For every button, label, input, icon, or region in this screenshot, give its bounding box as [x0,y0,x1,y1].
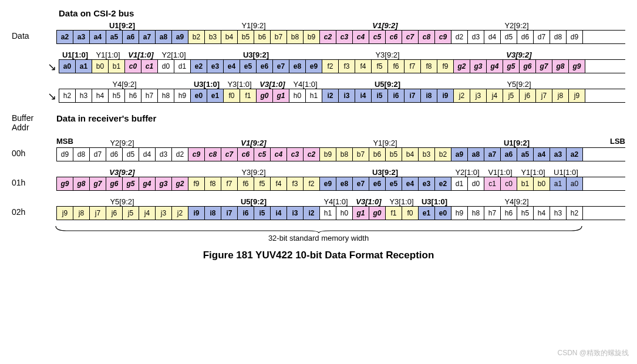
column-header: U3[1:0] [190,80,223,89]
byte-cell: j8 [73,207,90,220]
byte-cell: c3 [287,148,304,161]
byte-cell: j3 [156,207,172,220]
byte-cell: i6 [388,89,405,102]
byte-cell: j4 [487,89,503,102]
column-header: V1[9:2] [188,139,319,147]
byte-cell: g6 [520,60,536,73]
byte-cell: a4 [534,148,550,161]
byte-cell: c7 [221,148,238,161]
column-header: U1[1:0] [550,168,582,177]
byte-cell: a1 [550,177,567,190]
msb-label: MSB [56,137,73,146]
buffer-address: 01h [12,166,56,187]
byte-cell: g7 [536,60,552,73]
byte-cell: j4 [139,207,156,220]
byte-cell: f0 [402,207,419,220]
column-header: U1[9:2] [451,139,582,147]
byte-cell: a1 [76,60,92,73]
byte-cell: i6 [238,207,254,220]
byte-cell: f4 [355,60,372,73]
lsb-label: LSB [610,137,625,146]
column-header: Y1[9:2] [188,21,319,30]
byte-cell: c0 [501,177,517,190]
byte-cell: d3 [468,31,484,43]
byte-cell: c8 [205,148,221,161]
byte-cell: j7 [536,89,552,102]
column-header: U5[9:2] [322,80,453,89]
byte-cell: e2 [435,177,451,190]
byte-cell: d7 [534,31,550,43]
byte-cell: g2 [172,177,188,190]
byte-cell: h6 [125,89,141,102]
byte-cell: b0 [92,60,109,73]
byte-cell: e6 [369,177,386,190]
byte-cell: g3 [470,60,487,73]
byte-cell: b8 [287,31,304,43]
column-header: Y1[1:0] [517,168,550,177]
byte-cell: g5 [503,60,520,73]
column-header: Y1[1:0] [92,50,124,59]
byte-cell: f1 [240,89,257,102]
byte-cell: j7 [90,207,106,220]
byte-cell: f4 [271,177,287,190]
byte-cell: c2 [304,148,320,161]
byte-cell: e4 [224,60,240,73]
byte-cell: h1 [320,207,336,220]
byte-cell: g0 [257,89,273,102]
byte-cell: f9 [188,177,205,190]
byte-cell: c1 [484,177,501,190]
byte-cell: h2 [59,89,76,102]
byte-cell: d6 [517,31,534,43]
byte-cell: i3 [287,207,304,220]
byte-cell: g8 [552,60,569,73]
byte-cell: h1 [306,89,322,102]
byte-cell: d1 [174,60,191,73]
byte-cell: e1 [207,89,224,102]
byte-cell: g7 [90,177,106,190]
byte-cell: h5 [109,89,125,102]
byte-cell: e0 [191,89,207,102]
byte-cell: c5 [369,31,386,43]
byte-cell: d2 [172,148,188,161]
byte-cell: g1 [353,207,369,220]
column-header: Y5[9:2] [453,80,585,89]
byte-cell: f2 [322,60,339,73]
byte-cell: h3 [550,207,567,220]
byte-cell: b3 [419,148,435,161]
byte-cell: g3 [156,177,172,190]
column-header: V3[1:0] [352,197,385,206]
byte-cell: e5 [386,177,402,190]
byte-cell: i9 [437,89,454,102]
byte-cell: g0 [369,207,386,220]
column-header: Y2[1:0] [157,50,190,59]
byte-cell: j5 [123,207,139,220]
column-header: V1[9:2] [319,21,451,30]
column-header: Y2[9:2] [56,139,188,147]
byte-cell: e3 [419,177,435,190]
column-header: V3[9:2] [56,168,188,177]
byte-cell: a7 [139,31,156,43]
column-header: Y4[9:2] [59,80,190,89]
byte-cell: d0 [468,177,484,190]
byte-cell: g8 [73,177,90,190]
byte-cell: a6 [123,31,139,43]
column-header: V3[9:2] [453,50,585,59]
column-header: Y4[1:0] [289,80,322,89]
byte-cell: b6 [254,31,271,43]
byte-cell: h9 [174,89,191,102]
byte-cell: c6 [386,31,402,43]
byte-cell: b3 [205,31,221,43]
byte-cell: d5 [123,148,139,161]
byte-cell: i8 [205,207,221,220]
byte-cell: f8 [205,177,221,190]
byte-cell: c7 [402,31,419,43]
column-header: U3[9:2] [319,168,451,177]
buffer-address: 00h [12,137,56,158]
byte-cell: c9 [435,31,451,43]
byte-cell: c4 [271,148,287,161]
continuation-arrow-icon: ↘ [48,90,56,102]
byte-cell: j3 [470,89,487,102]
byte-cell: b5 [386,148,402,161]
byte-cell: i5 [254,207,271,220]
byte-cell: a3 [550,148,567,161]
